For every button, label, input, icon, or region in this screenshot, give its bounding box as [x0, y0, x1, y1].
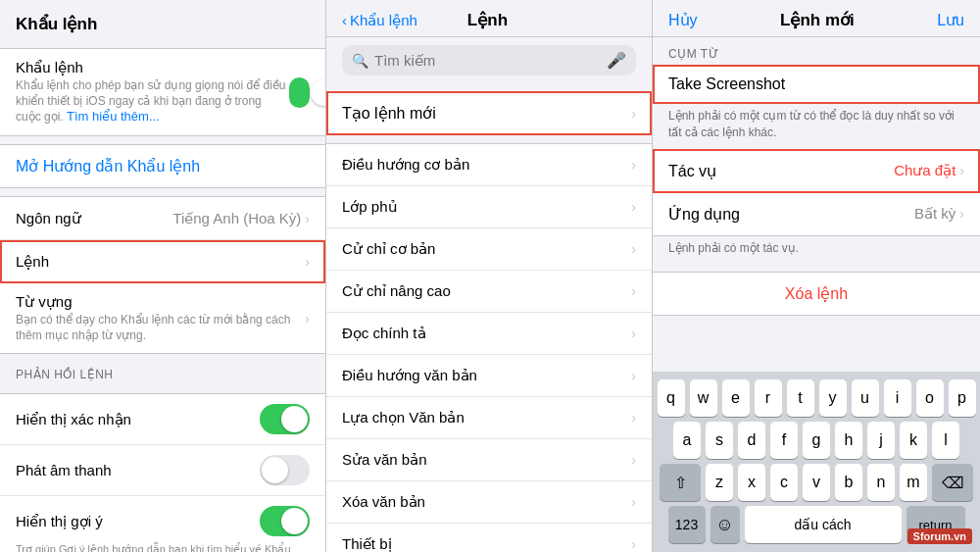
back-button[interactable]: ‹ Khẩu lệnh [342, 12, 417, 29]
sforum-watermark: Sforum.vn [907, 528, 972, 544]
key-m[interactable]: m [900, 464, 927, 501]
lenh-label[interactable]: Lệnh [16, 253, 49, 271]
shift-key[interactable]: ⇧ [660, 464, 701, 501]
phrase-input[interactable] [668, 75, 964, 93]
key-r[interactable]: r [755, 379, 782, 417]
ung-dung-row[interactable]: Ứng dụng Bất kỳ › [653, 193, 980, 236]
tac-vu-label: Tác vụ [668, 162, 716, 180]
hien-thi-xac-nhan-label: Hiển thị xác nhận [16, 411, 131, 428]
back-label[interactable]: Khẩu lệnh [350, 12, 417, 29]
create-new-label: Tạo lệnh mới [342, 104, 436, 123]
delete-row[interactable]: Xóa lệnh [653, 272, 980, 316]
list-item[interactable]: Cử chỉ cơ bản › [326, 228, 652, 271]
voice-control-label: Khẩu lệnh [16, 59, 289, 76]
create-new-row[interactable]: Tạo lệnh mới › [326, 91, 652, 135]
key-h[interactable]: h [835, 422, 862, 459]
phrase-description: Lệnh phải có một cụm từ có thể đọc là du… [653, 104, 980, 149]
key-e[interactable]: e [722, 379, 750, 417]
emoji-key[interactable]: ☺ [710, 506, 740, 543]
language-label: Ngôn ngữ [16, 210, 81, 227]
goi-y-desc: Trợ giúp Gợi ý lệnh hướng dẫn bạn khi tì… [16, 542, 310, 552]
key-g[interactable]: g [803, 422, 830, 459]
list-item[interactable]: Xóa văn bản › [326, 481, 652, 524]
tu-vung-desc: Bạn có thể dạy cho Khẩu lệnh các từ mới … [16, 313, 305, 343]
key-i[interactable]: i [884, 379, 911, 417]
tac-vu-row[interactable]: Tác vụ Chưa đặt › [653, 149, 980, 193]
list-item[interactable]: Lựa chọn Văn bản › [326, 397, 652, 439]
tac-vu-value: Chưa đặt [894, 162, 956, 179]
key-x[interactable]: x [738, 464, 765, 501]
key-u[interactable]: u [852, 379, 879, 417]
key-p[interactable]: p [949, 379, 976, 417]
key-y[interactable]: y [819, 379, 847, 417]
num-key[interactable]: 123 [668, 506, 706, 543]
keyboard-row-2: a s d f g h j k l [657, 422, 976, 459]
space-key[interactable]: dấu cách [745, 506, 902, 543]
key-k[interactable]: k [900, 422, 927, 459]
search-input[interactable] [374, 52, 601, 69]
key-l[interactable]: l [932, 422, 959, 459]
keyboard: q w e r t y u i o p a s d f g h j k l ⇧ … [653, 372, 980, 552]
cum-tu-header: CỤM TỪ [653, 37, 980, 65]
phat-am-thanh-toggle[interactable] [260, 455, 310, 485]
phrase-input-row[interactable] [653, 65, 980, 104]
tu-vung-chevron: › [305, 311, 310, 326]
hien-thi-goi-y-label: Hiển thị gợi ý [16, 513, 103, 530]
left-panel-title: Khẩu lệnh [0, 0, 325, 40]
learn-more-link[interactable]: Tìm hiểu thêm... [67, 109, 160, 124]
key-z[interactable]: z [706, 464, 733, 501]
guide-link[interactable]: Mở Hướng dẫn Khẩu lệnh [16, 158, 200, 175]
key-b[interactable]: b [835, 464, 862, 501]
cancel-button[interactable]: Hủy [668, 11, 698, 29]
right-nav-header: Hủy Lệnh mới Lưu [653, 0, 980, 37]
save-button[interactable]: Lưu [937, 11, 964, 29]
keyboard-row-1: q w e r t y u i o p [657, 379, 976, 417]
list-item[interactable]: Thiết bị › [326, 524, 652, 552]
key-j[interactable]: j [867, 422, 895, 459]
language-chevron: › [305, 211, 310, 226]
key-n[interactable]: n [867, 464, 895, 501]
category-list: Điều hướng cơ bản › Lớp phủ › Cử chỉ cơ … [326, 143, 652, 552]
keyboard-row-3: ⇧ z x c v b n m ⌫ [657, 464, 976, 501]
voice-control-desc: Khẩu lệnh cho phép bạn sử dụng giọng nói… [16, 78, 289, 125]
list-item[interactable]: Đọc chính tả › [326, 313, 652, 355]
hien-thi-xac-nhan-toggle[interactable] [260, 404, 310, 434]
tu-vung-label[interactable]: Từ vựng [16, 293, 305, 311]
language-value: Tiếng Anh (Hoa Kỳ) [172, 210, 301, 227]
lenh-chevron: › [305, 254, 310, 270]
right-panel: Hủy Lệnh mới Lưu CỤM TỪ Lệnh phải có một… [653, 0, 980, 552]
key-o[interactable]: o [916, 379, 944, 417]
key-d[interactable]: d [738, 422, 765, 459]
search-wrap[interactable]: 🔍 🎤 [342, 45, 636, 75]
mid-nav-header: ‹ Khẩu lệnh Lệnh [326, 0, 652, 37]
key-c[interactable]: c [770, 464, 798, 501]
mic-icon[interactable]: 🎤 [607, 51, 626, 70]
search-icon: 🔍 [352, 53, 368, 69]
list-item[interactable]: Sửa văn bản › [326, 439, 652, 481]
voice-control-toggle[interactable] [289, 77, 310, 108]
phan-hoi-header: PHẢN HỒI LỆNH [0, 362, 325, 385]
key-f[interactable]: f [770, 422, 798, 459]
key-s[interactable]: s [706, 422, 733, 459]
hien-thi-goi-y-toggle[interactable] [260, 506, 310, 536]
tac-vu-chevron: › [959, 163, 964, 178]
key-t[interactable]: t [787, 379, 814, 417]
list-item[interactable]: Điều hướng cơ bản › [326, 144, 652, 186]
ung-dung-value: Bất kỳ [914, 205, 956, 223]
search-bar: 🔍 🎤 [326, 37, 652, 83]
ung-dung-chevron: › [959, 206, 964, 222]
left-panel: Khẩu lệnh Khẩu lệnh Khẩu lệnh cho phép b… [0, 0, 326, 552]
create-new-chevron: › [631, 106, 636, 122]
key-w[interactable]: w [690, 379, 717, 417]
key-q[interactable]: q [658, 379, 685, 417]
list-item[interactable]: Lớp phủ › [326, 186, 652, 228]
list-item[interactable]: Điều hướng văn bản › [326, 355, 652, 397]
key-v[interactable]: v [803, 464, 830, 501]
task-description: Lệnh phải có một tác vụ. [653, 236, 980, 265]
delete-label[interactable]: Xóa lệnh [785, 285, 848, 302]
ung-dung-label: Ứng dụng [668, 205, 740, 224]
delete-key[interactable]: ⌫ [932, 464, 973, 501]
key-a[interactable]: a [673, 422, 701, 459]
list-item[interactable]: Cử chỉ nâng cao › [326, 271, 652, 313]
mid-panel-title: Lệnh [417, 10, 558, 30]
